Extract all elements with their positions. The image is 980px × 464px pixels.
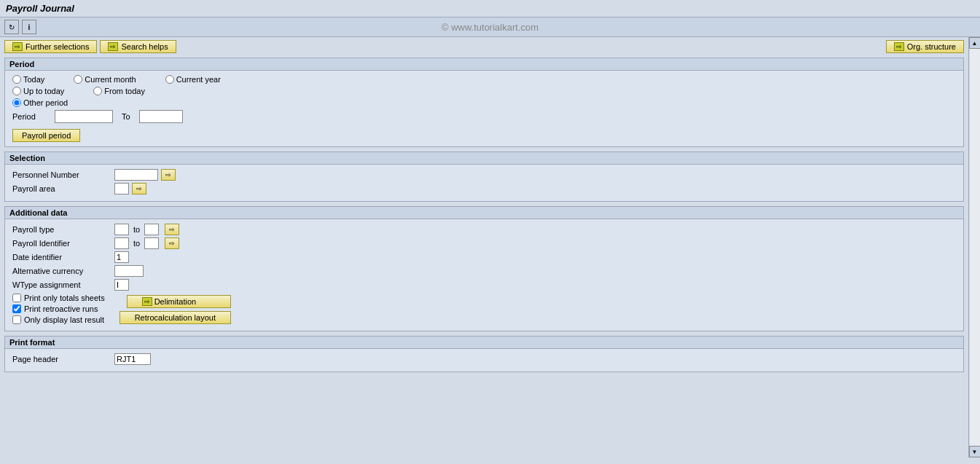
scroll-up-button[interactable]: ▲ <box>969 37 981 49</box>
payroll-type-input[interactable] <box>114 224 129 235</box>
scroll-down-button[interactable]: ▼ <box>969 446 981 457</box>
radio-up-to-today[interactable]: Up to today <box>12 87 64 95</box>
payroll-identifier-match-btn[interactable]: ⇨ <box>165 237 179 249</box>
personnel-number-match-btn[interactable]: ⇨ <box>161 169 176 181</box>
payroll-type-to-input[interactable] <box>144 224 159 235</box>
org-structure-button[interactable]: ⇨ Org. structure <box>886 40 964 53</box>
button-bar: ⇨ Further selections ⇨ Search helps ⇨ Or… <box>4 40 964 53</box>
further-selections-arrow: ⇨ <box>12 42 23 51</box>
date-identifier-label: Date identifier <box>12 253 114 262</box>
payroll-area-input[interactable] <box>114 183 129 194</box>
radio-other-period[interactable]: Other period <box>12 98 68 107</box>
print-retro-row: Print retroactive runs <box>12 304 105 313</box>
print-format-section: Print format Page header <box>4 336 964 372</box>
personnel-number-input[interactable] <box>114 169 158 181</box>
info-icon[interactable]: i <box>22 20 36 34</box>
print-retro-checkbox[interactable] <box>12 304 21 313</box>
payroll-identifier-to-label: to <box>133 239 140 248</box>
selection-section-header: Selection <box>5 152 963 165</box>
payroll-identifier-row: Payroll Identifier to ⇨ <box>12 237 956 249</box>
payroll-area-match-btn[interactable]: ⇨ <box>132 183 146 194</box>
navigate-icon[interactable]: ↻ <box>4 20 19 34</box>
radio-from-today[interactable]: From today <box>93 87 145 95</box>
only-last-row: Only display last result <box>12 315 105 324</box>
payroll-period-button[interactable]: Payroll period <box>12 129 80 142</box>
payroll-area-label: Payroll area <box>12 184 114 193</box>
radio-current-month[interactable]: Current month <box>74 75 136 84</box>
payroll-type-match-btn[interactable]: ⇨ <box>165 224 179 235</box>
toolbar: ↻ i © www.tutorialkart.com <box>0 17 980 37</box>
date-identifier-input[interactable] <box>114 251 129 263</box>
print-totals-label: Print only totals sheets <box>24 294 105 302</box>
only-last-label: Only display last result <box>24 315 104 324</box>
personnel-number-row: Personnel Number ⇨ <box>12 169 956 181</box>
additional-data-header: Additional data <box>5 207 963 219</box>
page-header-input[interactable] <box>114 353 151 365</box>
personnel-number-label: Personnel Number <box>12 170 114 179</box>
payroll-identifier-to-input[interactable] <box>144 237 159 249</box>
alt-currency-input[interactable] <box>114 265 144 277</box>
period-to-input[interactable] <box>139 110 183 123</box>
retro-layout-button[interactable]: Retrocalculation layout <box>119 311 231 324</box>
further-selections-button[interactable]: ⇨ Further selections <box>4 40 97 53</box>
period-section-header: Period <box>5 58 963 71</box>
wtype-input[interactable] <box>114 279 129 291</box>
page-header-label: Page header <box>12 355 114 363</box>
period-section: Period Today Current month Current year <box>4 58 964 147</box>
to-label: To <box>122 112 130 121</box>
wtype-row: WType assignment <box>12 279 956 291</box>
selection-section: Selection Personnel Number ⇨ Payroll are… <box>4 152 964 202</box>
print-totals-checkbox[interactable] <box>12 294 21 302</box>
watermark: © www.tutorialkart.com <box>442 22 538 33</box>
payroll-type-label: Payroll type <box>12 225 114 234</box>
scrollbar-right: ▲ ▼ <box>968 37 980 457</box>
payroll-identifier-input[interactable] <box>114 237 129 249</box>
page-header-row: Page header <box>12 353 956 365</box>
search-helps-button[interactable]: ⇨ Search helps <box>100 40 176 53</box>
delimitation-arrow: ⇨ <box>142 297 152 306</box>
wtype-label: WType assignment <box>12 280 114 289</box>
title-bar: Payroll Journal <box>0 0 980 17</box>
payroll-area-row: Payroll area ⇨ <box>12 183 956 194</box>
page-title: Payroll Journal <box>6 3 74 14</box>
alt-currency-label: Alternative currency <box>12 267 114 275</box>
payroll-type-to-label: to <box>133 225 140 234</box>
delimitation-button[interactable]: ⇨ Delimitation <box>127 295 231 308</box>
radio-current-year[interactable]: Current year <box>165 75 221 84</box>
search-helps-arrow: ⇨ <box>108 42 118 51</box>
additional-data-section: Additional data Payroll type to ⇨ Payrol… <box>4 206 964 331</box>
date-identifier-row: Date identifier <box>12 251 956 263</box>
print-retro-label: Print retroactive runs <box>24 304 98 313</box>
payroll-type-row: Payroll type to ⇨ <box>12 224 956 235</box>
org-structure-arrow: ⇨ <box>894 42 904 51</box>
print-totals-row: Print only totals sheets <box>12 294 105 302</box>
print-format-header: Print format <box>5 337 963 349</box>
period-from-input[interactable] <box>55 110 113 123</box>
alt-currency-row: Alternative currency <box>12 265 956 277</box>
payroll-identifier-label: Payroll Identifier <box>12 239 114 248</box>
only-last-checkbox[interactable] <box>12 315 21 324</box>
scroll-track <box>970 49 980 446</box>
radio-today[interactable]: Today <box>12 75 44 84</box>
period-label: Period <box>12 112 49 121</box>
